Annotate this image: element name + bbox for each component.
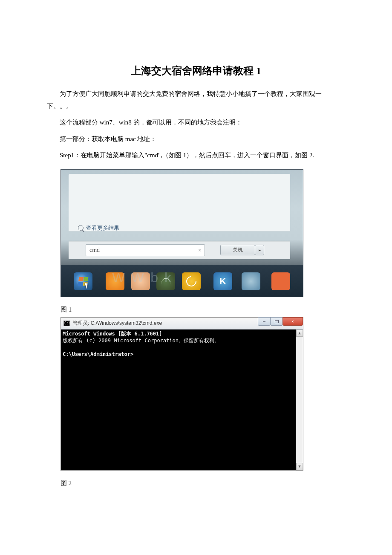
cmd-line2: 版权所有 (c) 2009 Microsoft Corporation。保留所有… — [63, 338, 219, 344]
paragraph-compat: 这个流程部分 win7、win8 的，都可以用，不同的地方我会注明： — [47, 116, 345, 129]
cmd-prompt: C:\Users\Administrator> — [63, 351, 133, 357]
wifi-icon[interactable] — [156, 272, 175, 290]
paragraph-intro: 为了方便广大同胞顺利申请的交大免费的宿舍网络，我特意小小地搞了一个教程，大家围观… — [47, 88, 345, 112]
minimize-button[interactable]: — — [258, 317, 271, 326]
shutdown-menu-button[interactable]: ▸ — [255, 245, 264, 255]
scroll-track[interactable] — [296, 337, 303, 463]
scroll-up-button[interactable]: ▲ — [296, 330, 303, 337]
cmd-line1: Microsoft Windows [版本 6.1.7601] — [63, 331, 162, 337]
cmd-window-title: 管理员: C:\Windows\system32\cmd.exe — [72, 320, 162, 327]
taskbar-icon-2[interactable] — [106, 272, 124, 290]
cmd-icon: C:\ — [63, 321, 70, 326]
start-menu-panel — [69, 174, 290, 231]
qq-icon[interactable] — [242, 272, 260, 290]
more-results-link[interactable]: 查看更多结果 — [78, 224, 119, 232]
search-input[interactable]: cmd × — [86, 244, 205, 256]
figure-1-photo: 查看更多结果 cmd × 关机 ▸ K W W — [61, 169, 303, 297]
browser-icon[interactable] — [182, 272, 201, 290]
maximize-button[interactable] — [270, 317, 283, 326]
cmd-titlebar: C:\ 管理员: C:\Windows\system32\cmd.exe — ✕ — [61, 318, 303, 330]
taskbar: K — [61, 265, 303, 297]
taskbar-icon-8[interactable] — [271, 272, 290, 290]
caption-fig1: 图 1 — [61, 306, 345, 314]
cmd-scrollbar[interactable]: ▲ ▼ — [296, 330, 303, 470]
search-text: cmd — [89, 247, 100, 254]
cmd-output[interactable]: Microsoft Windows [版本 6.1.7601] 版权所有 (c)… — [61, 330, 296, 470]
maximize-icon — [275, 320, 279, 323]
start-button[interactable] — [74, 272, 92, 290]
paragraph-step1: Step1：在电脑开始菜单那输入"cmd",（如图 1），然后点回车，进入一个窗… — [47, 149, 345, 162]
more-results-label: 查看更多结果 — [86, 224, 119, 232]
caption-fig2: 图 2 — [61, 479, 345, 487]
taskbar-icon-3[interactable] — [131, 272, 150, 290]
paragraph-part1: 第一部分：获取本电脑 mac 地址： — [47, 133, 345, 145]
shutdown-button[interactable]: 关机 — [220, 245, 255, 255]
clear-icon[interactable]: × — [198, 247, 201, 253]
close-button[interactable]: ✕ — [282, 317, 303, 326]
figure-2-cmd-window: C:\ 管理员: C:\Windows\system32\cmd.exe — ✕… — [61, 317, 303, 471]
page-title: 上海交大宿舍网络申请教程 1 — [47, 64, 345, 78]
k-app-icon[interactable]: K — [213, 272, 232, 290]
search-icon — [78, 225, 84, 231]
scroll-down-button[interactable]: ▼ — [296, 463, 303, 470]
